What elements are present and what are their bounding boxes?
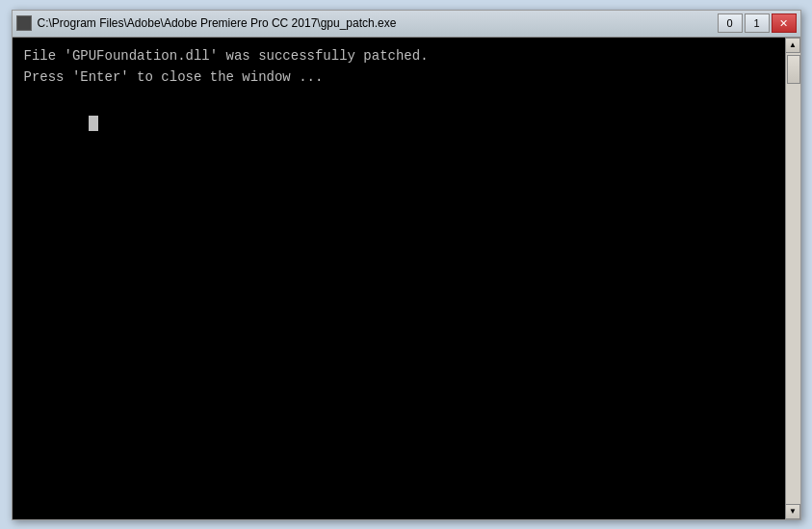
app-icon	[16, 15, 32, 31]
console-line-1: File 'GPUFoundation.dll' was successfull…	[24, 45, 773, 66]
console-line-3: Press 'Enter' to close the window ...	[24, 66, 773, 88]
console-cursor-line	[24, 88, 773, 152]
maximize-button[interactable]: 1	[745, 13, 770, 33]
console-area: File 'GPUFoundation.dll' was successfull…	[13, 38, 800, 519]
scroll-up-button[interactable]: ▲	[785, 38, 800, 53]
scroll-down-button[interactable]: ▼	[785, 504, 800, 519]
scrollbar[interactable]: ▲ ▼	[785, 38, 800, 519]
title-controls: 0 1 ✕	[718, 13, 797, 33]
window-title: C:\Program Files\Adobe\Adobe Premiere Pr…	[38, 16, 397, 30]
scroll-track[interactable]	[786, 53, 800, 504]
cmd-window: C:\Program Files\Adobe\Adobe Premiere Pr…	[12, 10, 801, 520]
title-bar: C:\Program Files\Adobe\Adobe Premiere Pr…	[13, 11, 800, 38]
cursor-blink	[89, 116, 98, 131]
title-bar-left: C:\Program Files\Adobe\Adobe Premiere Pr…	[16, 15, 397, 31]
scroll-thumb[interactable]	[787, 55, 800, 84]
minimize-button[interactable]: 0	[718, 13, 743, 33]
close-button[interactable]: ✕	[772, 13, 797, 33]
console-content: File 'GPUFoundation.dll' was successfull…	[13, 38, 785, 519]
